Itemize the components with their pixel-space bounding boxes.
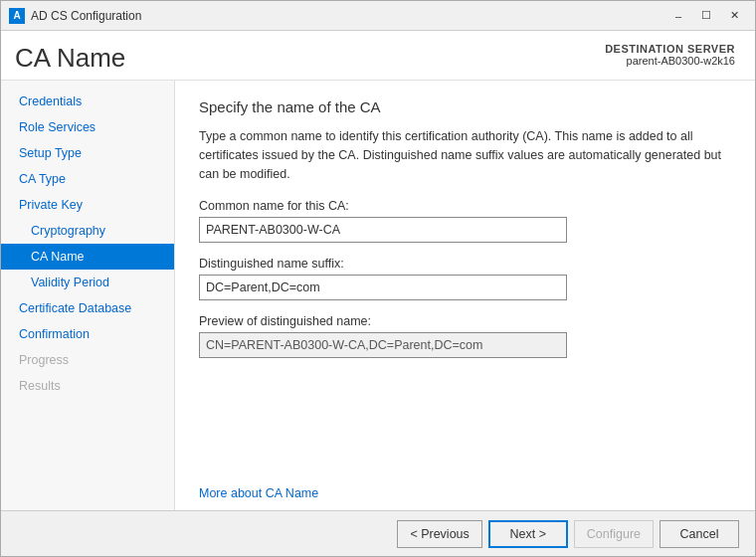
body-content: Credentials Role Services Setup Type CA … <box>1 81 755 510</box>
sidebar-item-cryptography[interactable]: Cryptography <box>1 218 174 244</box>
page-title: CA Name <box>15 43 125 74</box>
close-button[interactable]: ✕ <box>721 6 747 26</box>
window-controls: – ☐ ✕ <box>665 6 747 26</box>
sidebar: Credentials Role Services Setup Type CA … <box>1 81 175 510</box>
dn-suffix-group: Distinguished name suffix: <box>199 257 731 300</box>
destination-label: DESTINATION SERVER <box>605 43 735 55</box>
sidebar-item-ca-name[interactable]: CA Name <box>1 244 174 270</box>
main-layout: CA Name DESTINATION SERVER parent-AB0300… <box>1 31 755 556</box>
common-name-input[interactable] <box>199 217 567 243</box>
titlebar: A AD CS Configuration – ☐ ✕ <box>1 1 755 31</box>
sidebar-item-private-key[interactable]: Private Key <box>1 192 174 218</box>
common-name-group: Common name for this CA: <box>199 199 731 243</box>
sidebar-item-ca-type[interactable]: CA Type <box>1 166 174 192</box>
page-header: CA Name DESTINATION SERVER parent-AB0300… <box>1 31 755 81</box>
preview-dn-group: Preview of distinguished name: <box>199 314 731 358</box>
app-icon: A <box>9 8 25 24</box>
sidebar-item-setup-type[interactable]: Setup Type <box>1 140 174 166</box>
sidebar-item-credentials[interactable]: Credentials <box>1 89 174 114</box>
window-title: AD CS Configuration <box>31 9 665 23</box>
maximize-button[interactable]: ☐ <box>693 6 719 26</box>
preview-dn-label: Preview of distinguished name: <box>199 314 731 328</box>
common-name-label: Common name for this CA: <box>199 199 731 213</box>
minimize-button[interactable]: – <box>665 6 691 26</box>
sidebar-item-results: Results <box>1 373 174 399</box>
panel-description: Type a common name to identify this cert… <box>199 127 731 183</box>
sidebar-item-certificate-database[interactable]: Certificate Database <box>1 295 174 321</box>
destination-server-block: DESTINATION SERVER parent-AB0300-w2k16 <box>605 43 735 67</box>
next-button[interactable]: Next > <box>488 520 568 548</box>
panel-title: Specify the name of the CA <box>199 98 731 115</box>
preview-dn-input <box>199 332 567 358</box>
sidebar-item-validity-period[interactable]: Validity Period <box>1 270 174 295</box>
main-panel: Specify the name of the CA Type a common… <box>175 81 755 510</box>
previous-button[interactable]: < Previous <box>397 520 481 548</box>
more-about-link[interactable]: More about CA Name <box>199 447 731 500</box>
footer: < Previous Next > Configure Cancel <box>1 510 755 556</box>
dn-suffix-label: Distinguished name suffix: <box>199 257 731 271</box>
cancel-button[interactable]: Cancel <box>660 520 739 548</box>
sidebar-item-confirmation[interactable]: Confirmation <box>1 321 174 347</box>
destination-value: parent-AB0300-w2k16 <box>605 55 735 67</box>
dn-suffix-input[interactable] <box>199 275 567 300</box>
configure-button[interactable]: Configure <box>574 520 654 548</box>
window: A AD CS Configuration – ☐ ✕ CA Name DEST… <box>0 0 756 557</box>
sidebar-item-role-services[interactable]: Role Services <box>1 114 174 140</box>
sidebar-item-progress: Progress <box>1 347 174 373</box>
